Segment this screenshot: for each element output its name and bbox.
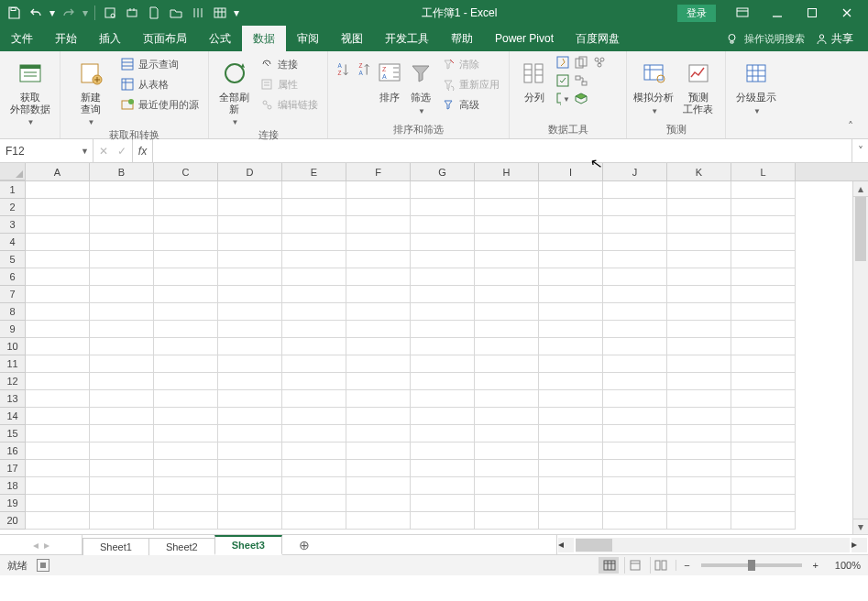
cell[interactable]	[346, 408, 411, 425]
cell[interactable]	[346, 355, 411, 373]
cell[interactable]	[603, 303, 667, 321]
cell[interactable]	[731, 181, 796, 199]
cell[interactable]	[475, 199, 539, 216]
share-button[interactable]: 共享	[810, 31, 859, 47]
cell[interactable]	[411, 355, 475, 373]
cell[interactable]	[603, 286, 667, 303]
col-header[interactable]: G	[411, 163, 475, 180]
login-button[interactable]: 登录	[677, 5, 716, 22]
tab-insert[interactable]: 插入	[88, 26, 132, 51]
zoom-in-button[interactable]: +	[813, 560, 819, 571]
cell[interactable]	[411, 321, 475, 338]
sort-az-button[interactable]: AZ	[334, 55, 353, 81]
cell[interactable]	[667, 408, 731, 425]
cell[interactable]	[539, 495, 603, 512]
sheet-tab[interactable]: Sheet2	[148, 538, 215, 555]
remove-duplicates-icon[interactable]	[574, 55, 588, 70]
filter-button[interactable]: 筛选 ▼	[406, 55, 435, 115]
cell[interactable]	[475, 408, 539, 425]
col-header[interactable]: H	[475, 163, 539, 180]
cell[interactable]	[731, 373, 796, 390]
cell[interactable]	[539, 443, 603, 460]
cell[interactable]	[411, 199, 475, 216]
data-validation-icon[interactable]	[555, 73, 570, 88]
cell[interactable]	[475, 355, 539, 373]
name-box[interactable]: F12▼	[0, 139, 93, 162]
cell[interactable]	[282, 373, 346, 390]
cell[interactable]	[346, 216, 411, 234]
cell[interactable]	[26, 408, 90, 425]
cell[interactable]	[90, 199, 154, 216]
cell[interactable]	[475, 425, 539, 443]
cell[interactable]	[411, 408, 475, 425]
cell[interactable]	[603, 181, 667, 199]
scroll-down-icon[interactable]: ▾	[853, 519, 868, 534]
cell[interactable]	[154, 460, 218, 477]
cell[interactable]	[475, 373, 539, 390]
cell[interactable]	[411, 390, 475, 408]
cell[interactable]	[218, 495, 282, 512]
fx-icon[interactable]: fx	[133, 139, 153, 162]
cell[interactable]	[282, 321, 346, 338]
cell[interactable]	[539, 303, 603, 321]
cell[interactable]	[90, 512, 154, 530]
confirm-edit-icon[interactable]: ✓	[117, 145, 126, 158]
cell[interactable]	[90, 425, 154, 443]
cell[interactable]	[90, 303, 154, 321]
cell[interactable]	[346, 460, 411, 477]
row-header[interactable]: 4	[0, 234, 26, 251]
zoom-slider[interactable]	[701, 563, 802, 567]
col-header[interactable]: B	[90, 163, 154, 180]
qat-btn-1[interactable]	[100, 3, 120, 23]
cell[interactable]	[346, 251, 411, 268]
cell[interactable]	[539, 460, 603, 477]
cell[interactable]	[539, 286, 603, 303]
cell[interactable]	[731, 425, 796, 443]
cell[interactable]	[475, 460, 539, 477]
cell[interactable]	[282, 408, 346, 425]
cell[interactable]	[411, 425, 475, 443]
cell[interactable]	[731, 443, 796, 460]
row-header[interactable]: 12	[0, 373, 26, 390]
row-header[interactable]: 17	[0, 460, 26, 477]
cell[interactable]	[282, 495, 346, 512]
qat-btn-5[interactable]	[188, 3, 208, 23]
cell[interactable]	[411, 268, 475, 286]
cell[interactable]	[731, 234, 796, 251]
hscroll-thumb[interactable]	[576, 539, 612, 552]
cell[interactable]	[154, 321, 218, 338]
cell[interactable]	[154, 268, 218, 286]
cell[interactable]	[667, 268, 731, 286]
cell[interactable]	[475, 303, 539, 321]
cell[interactable]	[218, 303, 282, 321]
cell[interactable]	[282, 460, 346, 477]
cell[interactable]	[539, 216, 603, 234]
expand-formula-icon[interactable]: ˅	[852, 139, 868, 162]
cell[interactable]	[539, 355, 603, 373]
cell[interactable]	[667, 495, 731, 512]
tab-formulas[interactable]: 公式	[198, 26, 242, 51]
cell[interactable]	[475, 390, 539, 408]
cell[interactable]	[731, 477, 796, 495]
cell[interactable]	[154, 390, 218, 408]
tab-file[interactable]: 文件	[0, 26, 44, 51]
cell[interactable]	[26, 216, 90, 234]
cell[interactable]	[731, 408, 796, 425]
row-header[interactable]: 19	[0, 495, 26, 512]
cell[interactable]	[218, 234, 282, 251]
cell[interactable]	[346, 390, 411, 408]
cell[interactable]	[539, 408, 603, 425]
cell[interactable]	[154, 512, 218, 530]
cell[interactable]	[218, 251, 282, 268]
cell[interactable]	[282, 234, 346, 251]
cell[interactable]	[475, 251, 539, 268]
cell[interactable]	[346, 181, 411, 199]
cell[interactable]	[26, 355, 90, 373]
cell[interactable]	[603, 321, 667, 338]
hscroll-left-icon[interactable]: ◂	[558, 538, 574, 552]
qat-btn-2[interactable]	[122, 3, 142, 23]
col-header[interactable]: E	[282, 163, 346, 180]
minimize-icon[interactable]	[760, 0, 795, 26]
col-header[interactable]: L	[731, 163, 796, 180]
cell[interactable]	[154, 355, 218, 373]
